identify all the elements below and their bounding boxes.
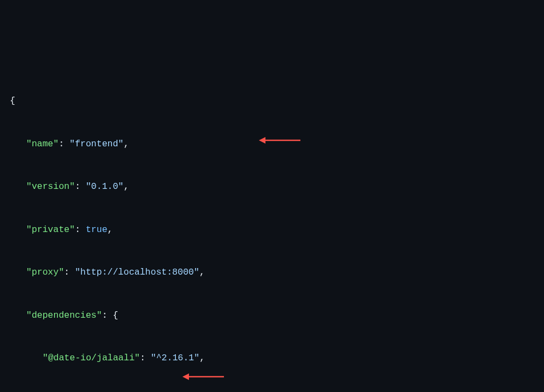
json-value: "frontend" [69,139,123,149]
json-key: "proxy" [26,267,64,277]
json-value: true [86,224,108,235]
code-line-proxy: "proxy": "http://localhost:8000", [10,262,544,283]
code-line-deps-open: "dependencies": { [10,305,544,326]
annotation-arrow-icon [258,92,301,167]
json-key: "dependencies" [26,310,102,320]
json-key: "@date-io/jalaali" [43,353,140,363]
svg-marker-1 [259,137,265,144]
code-line-private: "private": true, [10,219,544,240]
code-line-dep: "@date-io/jalaali": "^2.16.1", [10,347,544,369]
annotation-arrow-icon [181,328,225,392]
json-key: "version" [26,181,75,192]
code-line-version: "version": "0.1.0", [10,176,544,197]
json-value: "0.1.0" [86,181,123,192]
json-key: "name" [26,139,58,149]
svg-marker-3 [182,373,189,380]
json-value: "http://localhost:8000" [75,267,199,277]
json-key: "private" [26,224,75,235]
